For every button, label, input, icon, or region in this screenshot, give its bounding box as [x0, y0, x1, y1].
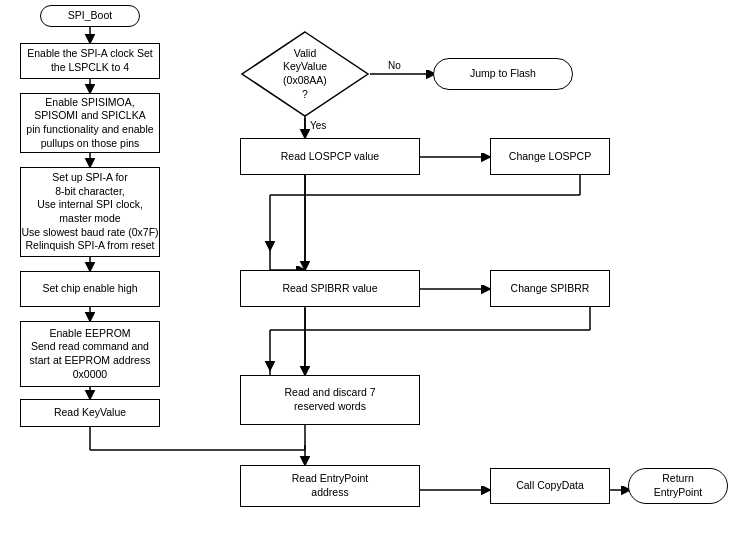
change-lospcp-shape: Change LOSPCP — [490, 138, 610, 175]
return-entrypoint-shape: ReturnEntryPoint — [628, 468, 728, 504]
flowchart: SPI_Boot Enable the SPI-A clock Set the … — [0, 0, 743, 556]
read-reserved-shape: Read and discard 7reserved words — [240, 375, 420, 425]
box4-shape: Set chip enable high — [20, 271, 160, 307]
box2-shape: Enable SPISIMOA,SPISOMI and SPICLKApin f… — [20, 93, 160, 153]
box5-label: Enable EEPROMSend read command andstart … — [30, 327, 151, 382]
jump-flash-shape: Jump to Flash — [433, 58, 573, 90]
read-entrypoint-shape: Read EntryPointaddress — [240, 465, 420, 507]
read-lospcp-shape: Read LOSPCP value — [240, 138, 420, 175]
box2-label: Enable SPISIMOA,SPISOMI and SPICLKApin f… — [26, 96, 153, 151]
change-spibrr-label: Change SPIBRR — [511, 282, 590, 296]
call-copydata-label: Call CopyData — [516, 479, 584, 493]
box6-label: Read KeyValue — [54, 406, 126, 420]
read-reserved-label: Read and discard 7reserved words — [284, 386, 375, 413]
read-spibrr-shape: Read SPIBRR value — [240, 270, 420, 307]
spi-boot-label: SPI_Boot — [68, 9, 112, 23]
box6-shape: Read KeyValue — [20, 399, 160, 427]
return-entrypoint-label: ReturnEntryPoint — [654, 472, 702, 499]
change-lospcp-label: Change LOSPCP — [509, 150, 591, 164]
diamond-label: ValidKeyValue(0x08AA)? — [283, 47, 327, 102]
jump-flash-label: Jump to Flash — [470, 67, 536, 81]
read-lospcp-label: Read LOSPCP value — [281, 150, 379, 164]
box1-label: Enable the SPI-A clock Set the LSPCLK to… — [21, 47, 159, 74]
change-spibrr-shape: Change SPIBRR — [490, 270, 610, 307]
read-entrypoint-label: Read EntryPointaddress — [292, 472, 368, 499]
read-spibrr-label: Read SPIBRR value — [282, 282, 377, 296]
box4-label: Set chip enable high — [42, 282, 137, 296]
spi-boot-shape: SPI_Boot — [40, 5, 140, 27]
box3-shape: Set up SPI-A for8-bit character,Use inte… — [20, 167, 160, 257]
box1-shape: Enable the SPI-A clock Set the LSPCLK to… — [20, 43, 160, 79]
box3-label: Set up SPI-A for8-bit character,Use inte… — [21, 171, 158, 253]
call-copydata-shape: Call CopyData — [490, 468, 610, 504]
diamond-shape: ValidKeyValue(0x08AA)? — [240, 30, 370, 118]
yes-label: Yes — [310, 120, 326, 131]
no-label: No — [388, 60, 401, 71]
box5-shape: Enable EEPROMSend read command andstart … — [20, 321, 160, 387]
